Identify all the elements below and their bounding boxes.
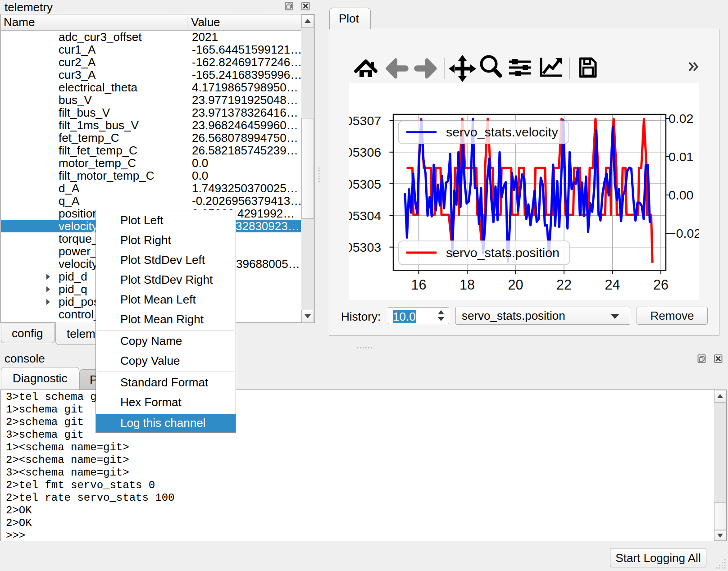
svg-text:905305: 905305 [349,177,381,191]
svg-text:20: 20 [508,277,523,292]
svg-text:−0.02: −0.02 [669,226,699,240]
svg-text:0.01: 0.01 [669,150,693,164]
svg-text:22: 22 [556,277,572,292]
svg-text:18: 18 [460,277,475,292]
svg-text:26: 26 [653,277,669,292]
svg-text:905307: 905307 [349,113,381,128]
svg-text:0.02: 0.02 [669,111,693,126]
svg-text:servo_stats.position: servo_stats.position [446,245,560,260]
svg-text:905303: 905303 [349,240,381,254]
svg-text:905304: 905304 [349,208,381,223]
svg-text:16: 16 [411,277,427,292]
svg-text:servo_stats.velocity: servo_stats.velocity [446,125,558,139]
svg-text:0.00: 0.00 [669,188,693,202]
svg-text:905306: 905306 [349,145,381,159]
svg-text:24: 24 [605,277,620,292]
